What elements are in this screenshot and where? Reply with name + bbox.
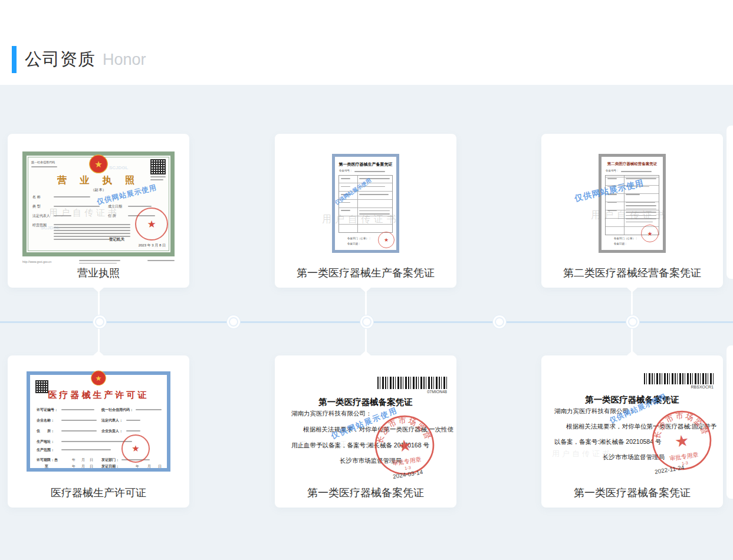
unit-month: 月 bbox=[147, 464, 151, 469]
issuer-label: 发证部门： bbox=[101, 457, 119, 463]
card-caption: 第一类医疗器械备案凭证 bbox=[541, 486, 723, 500]
field-label: 住 所： bbox=[37, 429, 54, 434]
cert-card-class1-record-1[interactable]: 07MION48 第一类医疗器械备案凭证 湖南力宾医疗科技有限公司： 根据相关法… bbox=[275, 355, 456, 508]
red-seal: ★ bbox=[121, 434, 150, 463]
timeline-node bbox=[95, 317, 104, 327]
footer-url: http://www.gsxt.gov.cn bbox=[22, 260, 51, 263]
card-pointer bbox=[627, 288, 637, 292]
svg-text:★: ★ bbox=[96, 374, 102, 383]
qr-code bbox=[150, 159, 166, 174]
card-caption: 第二类医疗器械经营备案凭证 bbox=[541, 266, 723, 280]
redacted-text bbox=[136, 409, 162, 410]
watermark-code: SCJDGL bbox=[41, 225, 60, 230]
redacted-text bbox=[61, 420, 97, 421]
card-pointer bbox=[93, 351, 104, 355]
unit-day: 日 bbox=[90, 457, 93, 463]
unit-day: 日 bbox=[158, 464, 162, 469]
national-emblem-icon: ★ bbox=[88, 153, 109, 176]
unit-year: 年 bbox=[136, 464, 139, 469]
field-label: 生产地址： bbox=[37, 439, 54, 444]
unit-month: 月 bbox=[81, 464, 85, 469]
redacted-text bbox=[54, 196, 90, 197]
redacted-text bbox=[128, 206, 152, 207]
issue-date: 2023 年 3 月 8 日 bbox=[139, 243, 166, 248]
page-subtitle: Honor bbox=[103, 51, 146, 69]
record-no-label: 备案编号： bbox=[339, 169, 353, 172]
watermark-self-upload: 用户自传证书 bbox=[591, 209, 669, 222]
next-card-peek bbox=[727, 345, 733, 499]
timeline-node bbox=[362, 317, 372, 327]
cert-title: 第二类医疗器械经营备案凭证 bbox=[601, 162, 663, 167]
field-label: 生产范围： bbox=[37, 447, 54, 453]
card-caption: 医疗器械生产许可证 bbox=[8, 486, 189, 500]
cert-title: 第一类医疗器械生产备案凭证 bbox=[334, 162, 397, 167]
redacted-text bbox=[54, 206, 100, 207]
doc-to-line: 湖南力宾医疗科技有限公司： bbox=[291, 410, 372, 418]
doc-body-line: 以备案，备案号:湘长械备 20210584 号 bbox=[554, 438, 661, 446]
timeline-node bbox=[495, 317, 504, 327]
page-title: 公司资质 bbox=[25, 48, 96, 71]
class1-production-image: 第一类医疗器械生产备案凭证 备案编号： 备案部门（公章）： 备案日期： bbox=[332, 154, 399, 253]
cert-card-class1-production[interactable]: 第一类医疗器械生产备案凭证 备案编号： 备案部门（公章）： 备案日期： bbox=[275, 134, 456, 288]
watermark-self-upload: 用户自传证书 bbox=[49, 207, 120, 219]
business-license-image: ★ 营 业 执 照 （副 本） 统一社会信用代码 名 称 类 型 法定代表人 成… bbox=[22, 151, 175, 256]
field-label: 名 称 bbox=[32, 195, 41, 200]
barcode bbox=[377, 377, 447, 389]
barcode-code: RBSXOCR1 bbox=[691, 385, 714, 389]
registrar-label: 登记机关 bbox=[109, 237, 124, 242]
dept-label: 备案部门（公章）： bbox=[347, 237, 372, 240]
cert-card-production-license[interactable]: ★ 医疗器械生产许可证 许可证编号： 统一社会信用代码： 企业名称： 法定代表人… bbox=[8, 355, 189, 508]
field-label: 法定代表人： bbox=[101, 418, 123, 423]
red-seal: ★ bbox=[641, 225, 659, 242]
date-label: 备案日期： bbox=[347, 242, 361, 245]
license-footer: http://www.gsxt.gov.cn bbox=[22, 260, 175, 265]
redacted-text bbox=[150, 176, 166, 182]
redacted-text bbox=[126, 420, 140, 421]
svg-text:★: ★ bbox=[396, 436, 413, 456]
production-license-image: ★ 医疗器械生产许可证 许可证编号： 统一社会信用代码： 企业名称： 法定代表人… bbox=[27, 371, 170, 472]
accent-bar bbox=[12, 46, 17, 73]
cert-card-class2-operation[interactable]: 第二类医疗器械经营备案凭证 备案编号： bbox=[541, 134, 723, 288]
redacted-text bbox=[621, 171, 652, 172]
record-no-label: 备案编号： bbox=[606, 169, 619, 172]
field-label: 许可证编号： bbox=[37, 407, 58, 413]
issue-date-label: 发证日期： bbox=[101, 464, 119, 469]
field-label: 法定代表人 bbox=[32, 213, 50, 219]
card-pointer bbox=[627, 351, 637, 355]
dept-label: 备案部门（公章）： bbox=[614, 237, 638, 240]
redacted-text bbox=[61, 430, 97, 431]
redacted-text bbox=[354, 171, 385, 172]
redacted-text bbox=[147, 260, 175, 261]
svg-text:★: ★ bbox=[94, 159, 103, 169]
date-label: 备案日期： bbox=[614, 242, 627, 245]
redacted-text bbox=[61, 449, 111, 450]
validity-from-label: 许可期限：自 bbox=[37, 457, 58, 463]
card-caption: 第一类医疗器械备案凭证 bbox=[275, 486, 456, 500]
red-seal: ★ bbox=[378, 232, 395, 248]
watermark-self-upload: 用户自传证书 bbox=[298, 439, 359, 450]
unit-month: 月 bbox=[81, 457, 85, 463]
redacted-text bbox=[61, 441, 132, 442]
license-title: 医疗器械生产许可证 bbox=[29, 390, 167, 401]
section-header: 公司资质 Honor bbox=[12, 45, 146, 74]
watermark-self-upload: 用户自传证书 bbox=[552, 449, 612, 459]
cert-card-class1-record-2[interactable]: RBSXOCR1 第一类医疗器械备案凭证 湖南力宾医疗科技有限公司： 根据相关法… bbox=[541, 355, 723, 508]
card-pointer bbox=[93, 288, 104, 292]
barcode bbox=[644, 373, 714, 384]
credit-code-label: 统一社会信用代码 bbox=[31, 160, 55, 164]
redacted-text bbox=[31, 166, 57, 167]
cert-card-business-license[interactable]: ★ 营 业 执 照 （副 本） 统一社会信用代码 名 称 类 型 法定代表人 成… bbox=[8, 134, 189, 288]
redacted-text bbox=[61, 409, 94, 410]
validity-to-label: 至 bbox=[45, 464, 48, 469]
watermark-self-upload: 用户自传证书 bbox=[322, 213, 400, 226]
timeline-node bbox=[229, 317, 238, 327]
redacted-text bbox=[126, 430, 140, 431]
red-seal: 长沙市市场监督管理局 ★ 审批专用章 1-3 bbox=[370, 410, 439, 479]
unit-year: 年 bbox=[72, 464, 75, 469]
doc-title: 第一类医疗器械备案凭证 bbox=[541, 394, 723, 406]
doc-title: 第一类医疗器械备案凭证 bbox=[275, 397, 456, 408]
national-emblem-icon: ★ bbox=[90, 370, 107, 387]
barcode-code: 07MION48 bbox=[427, 390, 447, 394]
unit-year: 年 bbox=[72, 457, 75, 463]
card-caption: 营业执照 bbox=[8, 266, 189, 280]
